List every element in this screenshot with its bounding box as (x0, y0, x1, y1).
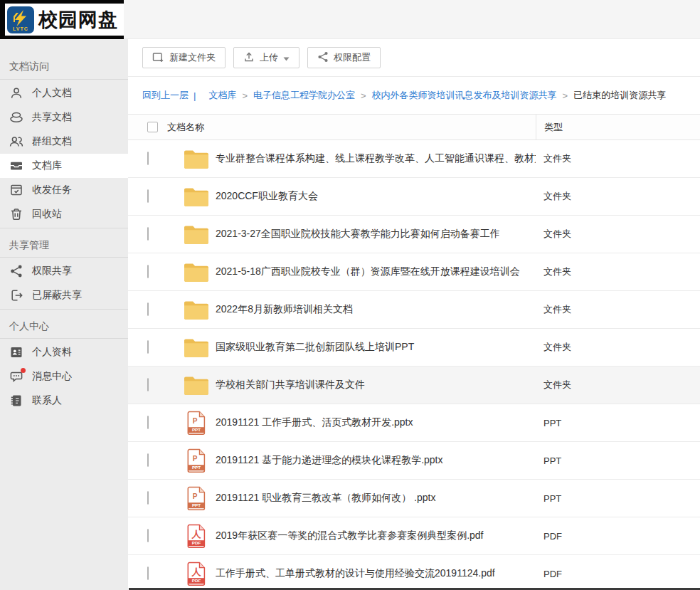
file-name[interactable]: 2021-3-27全国职业院校技能大赛教学能力比赛如何启动备赛工作 (216, 228, 536, 241)
svg-text:P: P (193, 416, 198, 424)
file-name[interactable]: 2022年8月新教师培训相关文档 (216, 303, 536, 316)
upload-button[interactable]: 上传 (233, 47, 299, 68)
svg-text:人: 人 (191, 529, 202, 539)
breadcrumb-back-link[interactable]: 回到上一层 (142, 89, 189, 102)
row-checkbox[interactable] (147, 302, 149, 316)
file-name[interactable]: 专业群整合课程体系构建、线上课程教学改革、人工智能通识课程、教材方面的 (216, 152, 536, 165)
row-checkbox-cell (147, 190, 158, 203)
folder-icon (183, 337, 210, 359)
row-checkbox[interactable] (147, 340, 149, 354)
chevron-down-icon (283, 53, 290, 63)
file-name[interactable]: 20191121 工作手册式、活页式教材开发.pptx (216, 416, 536, 429)
row-checkbox[interactable] (147, 378, 149, 391)
permission-config-label: 权限配置 (334, 51, 371, 64)
svg-text:人: 人 (191, 567, 202, 577)
new-folder-icon (152, 51, 164, 65)
row-checkbox[interactable] (147, 567, 149, 580)
main-panel: 新建文件夹 上传 权限配置 回到上一层 | 文档库>电子信息工程学院办公室>校内… (128, 39, 700, 590)
row-checkbox-cell (147, 530, 158, 542)
row-checkbox[interactable] (147, 189, 149, 203)
row-checkbox-cell (147, 228, 158, 241)
breadcrumb-current: 已结束的培训资源共享 (573, 89, 666, 102)
header-spacer (124, 0, 700, 39)
sidebar-section-items: 个人资料消息中心联系人 (0, 339, 128, 414)
folder-icon (183, 148, 210, 170)
select-all-checkbox[interactable] (147, 122, 158, 132)
row-checkbox-cell (147, 265, 158, 278)
tasks-icon (9, 183, 23, 197)
sidebar-item-profile[interactable]: 个人资料 (0, 340, 128, 364)
permission-config-button[interactable]: 权限配置 (307, 47, 381, 68)
sidebar-item-shared-docs[interactable]: 共享文档 (0, 105, 128, 130)
sidebar-item-permission-share[interactable]: 权限共享 (0, 259, 128, 283)
column-header-type: 类型 (536, 115, 700, 139)
sidebar-item-send-receive-tasks[interactable]: 收发任务 (0, 178, 128, 202)
table-row[interactable]: 2021-5-18广西职业院校专业（群）资源库暨在线开放课程建设培训会文件夹 (128, 253, 700, 291)
ppt-icon: PPPT (183, 486, 210, 511)
table-row[interactable]: 人PDF工作手册式、工单册式教材的设计与使用经验交流20191124.pdfPD… (128, 555, 700, 590)
file-name[interactable]: 工作手册式、工单册式教材的设计与使用经验交流20191124.pdf (216, 567, 536, 580)
file-name[interactable]: 学校相关部门共享培训课件及文件 (216, 379, 536, 391)
file-type: 文件夹 (536, 379, 700, 391)
ppt-icon: PPPT (183, 411, 210, 436)
sidebar-item-personal-docs[interactable]: 个人文档 (0, 81, 128, 105)
sidebar-item-blocked-share[interactable]: 已屏蔽共享 (0, 283, 128, 307)
table-row[interactable]: 2022年8月新教师培训相关文档文件夹 (128, 291, 700, 329)
new-folder-button[interactable]: 新建文件夹 (142, 47, 226, 68)
table-row[interactable]: 专业群整合课程体系构建、线上课程教学改革、人工智能通识课程、教材方面的文件夹 (128, 140, 700, 178)
sidebar-item-contacts[interactable]: 联系人 (0, 389, 128, 413)
breadcrumb-link[interactable]: 校内外各类师资培训讯息发布及培训资源共享 (372, 89, 557, 102)
sidebar-section-items: 权限共享已屏蔽共享 (0, 258, 128, 309)
sidebar-item-doc-library[interactable]: 文档库 (0, 154, 128, 178)
row-checkbox[interactable] (147, 416, 149, 429)
breadcrumb-link[interactable]: 文档库 (208, 89, 236, 102)
breadcrumb-link[interactable]: 电子信息工程学院办公室 (253, 89, 355, 102)
row-checkbox[interactable] (147, 265, 149, 278)
file-name[interactable]: 国家级职业教育第二批创新团队线上培训PPT (216, 341, 536, 354)
row-checkbox[interactable] (147, 152, 149, 165)
file-name[interactable]: 20191121 基于能力递进理念的模块化课程教学.pptx (216, 454, 536, 467)
sidebar-item-group-docs[interactable]: 群组文档 (0, 130, 128, 154)
table-row[interactable]: 国家级职业教育第二批创新团队线上培训PPT文件夹 (128, 329, 700, 367)
table-row[interactable]: PPPT20191121 职业教育三教改革（教师如何改） .pptxPPT (128, 480, 700, 517)
file-name[interactable]: 2019年获区赛一等奖的混合式教学比赛参赛案例典型案例.pdf (216, 530, 536, 542)
contacts-icon (9, 394, 23, 408)
row-checkbox-cell (147, 492, 158, 505)
share-icon (317, 51, 329, 65)
table-row[interactable]: 2020CCF职业教育大会文件夹 (128, 178, 700, 216)
file-name[interactable]: 2020CCF职业教育大会 (216, 190, 536, 203)
file-type: PDF (536, 531, 700, 542)
file-name[interactable]: 20191121 职业教育三教改革（教师如何改） .pptx (216, 492, 536, 505)
row-checkbox[interactable] (147, 491, 149, 505)
file-name[interactable]: 2021-5-18广西职业院校专业（群）资源库暨在线开放课程建设培训会 (216, 265, 536, 278)
table-body: 专业群整合课程体系构建、线上课程教学改革、人工智能通识课程、教材方面的文件夹20… (128, 140, 700, 590)
folder-icon (183, 374, 210, 396)
sidebar-item-label: 已屏蔽共享 (32, 289, 82, 302)
file-type: 文件夹 (536, 228, 700, 241)
sidebar-item-recycle-bin[interactable]: 回收站 (0, 202, 128, 226)
pdf-icon: 人PDF (183, 524, 210, 549)
row-checkbox-cell (147, 416, 158, 429)
breadcrumb-separator: > (563, 90, 568, 101)
group-icon (9, 135, 23, 149)
table-row[interactable]: 2021-3-27全国职业院校技能大赛教学能力比赛如何启动备赛工作文件夹 (128, 216, 700, 253)
row-checkbox[interactable] (147, 529, 149, 542)
row-checkbox-cell (147, 341, 158, 354)
upload-label: 上传 (260, 51, 278, 64)
row-checkbox[interactable] (147, 227, 149, 241)
svg-text:PDF: PDF (192, 578, 201, 583)
sidebar-section-header: 共享管理 (0, 228, 128, 258)
file-type: 文件夹 (536, 152, 700, 165)
svg-text:P: P (193, 454, 198, 462)
sidebar-item-message-center[interactable]: 消息中心 (0, 364, 128, 389)
file-type: 文件夹 (536, 303, 700, 316)
column-header-name: 文档名称 (167, 115, 536, 139)
row-checkbox[interactable] (147, 453, 149, 467)
table-row[interactable]: 学校相关部门共享培训课件及文件文件夹 (128, 367, 700, 404)
table-row[interactable]: PPPT20191121 工作手册式、活页式教材开发.pptxPPT (128, 404, 700, 442)
table-row[interactable]: 人PDF2019年获区赛一等奖的混合式教学比赛参赛案例典型案例.pdfPDF (128, 517, 700, 555)
message-icon (9, 369, 23, 384)
table-row[interactable]: PPPT20191121 基于能力递进理念的模块化课程教学.pptxPPT (128, 442, 700, 480)
app-window: LVTC 校园网盘 文档访问个人文档共享文档群组文档文档库收发任务回收站共享管理… (0, 0, 700, 590)
file-type: 文件夹 (536, 190, 700, 203)
